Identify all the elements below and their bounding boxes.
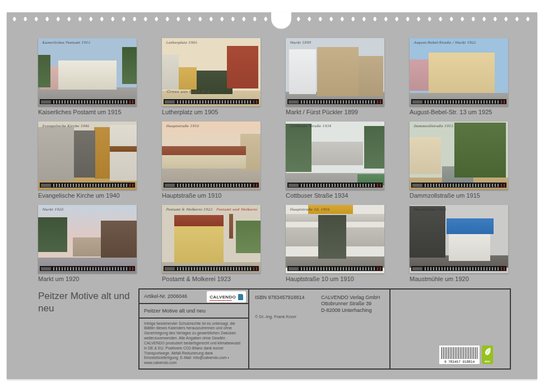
month-thumbnail-8: Dammzollstraße 1915 Dammzollstraße um 19… [410, 122, 508, 199]
photo-annotation: Dammzollstraße 1915 [413, 124, 453, 128]
date-strip [40, 99, 135, 104]
month-thumbnail-12: Maustmühle 1920 Maustmühle um 1920 [410, 205, 508, 282]
barcode-area: 9 783457 918814 eco [439, 346, 493, 364]
photo-annotation: Postamt & Molkerei 1923 [166, 208, 212, 212]
month-thumbnail-10: Postamt & Molkerei 1923 Postamt und Molk… [162, 205, 261, 282]
date-strip [164, 183, 259, 188]
photo-annotation: Evangelische Kirche 1940 [42, 124, 89, 128]
date-ticks [301, 267, 376, 270]
date-strip [40, 183, 135, 188]
photo-annotation: Cottbuser Straße 1934 [290, 124, 331, 128]
date-ticks [53, 267, 128, 270]
photo-annotation: Hauptstraße 10, 1910 [290, 208, 329, 212]
copyright-author: © Dr.-Ing. Frank Knorr [255, 314, 296, 319]
date-ticks [425, 100, 500, 104]
month-photo-dammzollstrasse: Dammzollstraße 1915 [410, 122, 508, 190]
calvendo-logo-icon [238, 294, 243, 300]
date-ticks [53, 184, 128, 187]
date-strip [164, 99, 259, 104]
month-photo-august-bebel-str: August-Bebel-Straße / Markt 1925 [410, 38, 508, 106]
month-thumbnail-9: Markt 1920 Markt um 1920 [38, 205, 137, 282]
date-strip [164, 266, 259, 271]
month-photo-postamt: Kaiserliches Postamt 1915 [38, 38, 137, 106]
calvendo-logo-text: CALVENDO [210, 295, 236, 300]
month-thumbnails-grid: Kaiserliches Postamt 1915 Kaiserliches P… [38, 38, 508, 282]
photo-annotation: Maustmühle 1920 [413, 208, 446, 212]
date-ticks [53, 100, 128, 104]
calendar-title: Peitzer Motive alt und neu [38, 290, 136, 315]
date-strip [287, 99, 383, 104]
isbn-publisher-row: ISBN 9783457918814 CALVENDO Verlag GmbH … [255, 295, 384, 314]
ean-barcode: 9 783457 918814 [439, 346, 480, 364]
month-thumbnail-6: Hauptstraße 1910 Hauptstraße um 1910 [162, 122, 261, 199]
photo-annotation: Hauptstraße 1910 [166, 124, 199, 128]
month-caption: Kaiserliches Postamt um 1915 [38, 109, 137, 115]
calendar-back-card: Kaiserliches Postamt 1915 Kaiserliches P… [7, 12, 537, 379]
isbn-number: ISBN 9783457918814 [255, 295, 321, 314]
barcode-number: 9 783457 918814 [441, 360, 477, 363]
date-strip [287, 266, 383, 271]
leaf-icon [484, 347, 491, 356]
month-photo-markt: Markt 1920 [38, 205, 137, 273]
month-caption: Postamt & Molkerei 1923 [162, 276, 261, 282]
legal-notice: Infolge bestehender Schutzrechte ist es … [140, 319, 248, 368]
month-caption: August-Bebel-Str. 13 um 1925 [410, 109, 508, 115]
date-ticks [425, 184, 500, 187]
date-ticks [301, 100, 376, 104]
date-ticks [177, 100, 252, 104]
publisher-line-1: CALVENDO Verlag GmbH [321, 295, 380, 301]
month-photo-postamt-molkerei: Postamt & Molkerei 1923 Postamt und Molk… [162, 205, 261, 273]
product-info-box: Artikel-Nr. 2006046 CALVENDO Peitzer Mot… [138, 288, 511, 370]
photo-annotation: Kaiserliches Postamt 1915 [42, 41, 90, 45]
month-caption: Evangelische Kirche um 1940 [38, 192, 137, 199]
month-thumbnail-11: Hauptstraße 10, 1910 Hauptstraße 10 um 1… [286, 205, 384, 282]
photo-annotation: Lutherplatz 1905 [166, 41, 197, 45]
publisher-line-3: D-82008 Unterhaching [321, 307, 380, 314]
calvendo-logo: CALVENDO [207, 291, 246, 302]
date-ticks [177, 184, 252, 187]
month-photo-maustmuehle: Maustmühle 1920 [410, 205, 508, 273]
month-thumbnail-2: Lutherplatz 1905 Gruss aus Peitz N.-L. L… [162, 38, 261, 115]
publisher-line-2: Ottobrunner Straße 39 [321, 301, 380, 307]
date-ticks [425, 267, 500, 270]
month-photo-kirche: Evangelische Kirche 1940 [38, 122, 137, 190]
postcard-title-text: Postamt und Molkerei [216, 208, 257, 211]
month-caption: Cottbuser Straße 1934 [286, 192, 384, 199]
month-thumbnail-4: August-Bebel-Straße / Markt 1925 August-… [410, 38, 508, 115]
month-photo-hauptstrasse-10: Hauptstraße 10, 1910 [286, 205, 384, 273]
month-thumbnail-3: Markt 1899 Markt / Fürst Pückler 1899 [286, 38, 384, 115]
month-caption: Markt um 1920 [38, 276, 137, 282]
date-strip [40, 266, 135, 271]
month-caption: Hauptstraße um 1910 [162, 192, 261, 199]
info-column-article: Artikel-Nr. 2006046 CALVENDO Peitzer Mot… [140, 290, 249, 368]
info-column-publisher: ISBN 9783457918814 CALVENDO Verlag GmbH … [249, 290, 390, 368]
month-thumbnail-1: Kaiserliches Postamt 1915 Kaiserliches P… [38, 38, 137, 115]
month-thumbnail-7: Cottbuser Straße 1934 Cottbuser Straße 1… [286, 122, 384, 199]
product-title: Peitzer Motive alt und neu [144, 307, 206, 314]
date-strip [411, 99, 506, 104]
barcode-bars [441, 347, 477, 359]
date-strip [411, 266, 506, 271]
postcard-greeting-text: Gruss aus Peitz N.-L. [166, 90, 211, 94]
month-caption: Hauptstraße 10 um 1910 [286, 276, 384, 282]
date-ticks [177, 267, 252, 270]
publisher-address: CALVENDO Verlag GmbH Ottobrunner Straße … [321, 295, 380, 314]
article-number: Artikel-Nr. 2006046 [144, 293, 187, 299]
info-column-barcode: 9 783457 918814 eco [390, 290, 510, 368]
date-strip [411, 183, 506, 188]
photo-annotation: August-Bebel-Straße / Markt 1925 [413, 41, 476, 45]
month-caption: Maustmühle um 1920 [410, 276, 508, 282]
month-caption: Dammzollstraße um 1915 [410, 192, 508, 199]
photo-annotation: Markt 1899 [290, 41, 311, 45]
date-ticks [301, 184, 376, 187]
article-number-row: Artikel-Nr. 2006046 CALVENDO [140, 290, 248, 304]
month-caption: Markt / Fürst Pückler 1899 [286, 109, 384, 115]
date-strip [287, 183, 383, 188]
eco-badge: eco [482, 346, 493, 364]
month-photo-hauptstrasse: Hauptstraße 1910 [162, 122, 261, 190]
month-photo-lutherplatz: Lutherplatz 1905 Gruss aus Peitz N.-L. [162, 38, 261, 106]
month-photo-markt-pueckler: Markt 1899 [286, 38, 384, 106]
eco-label: eco [485, 360, 490, 363]
month-photo-cottbuser-strasse: Cottbuser Straße 1934 [286, 122, 384, 190]
photo-annotation: Markt 1920 [42, 208, 63, 212]
